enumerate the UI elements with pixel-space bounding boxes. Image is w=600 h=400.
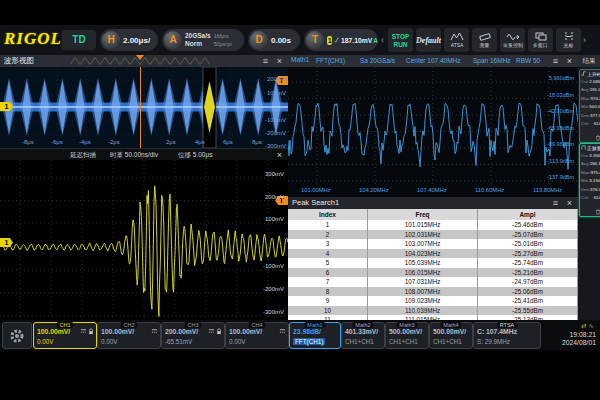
rise-time-icon [581, 71, 586, 76]
channel-box-math2[interactable]: Math2401.33mV/CH1+CH1 [341, 322, 385, 349]
zoom-y-label: -200mV [263, 286, 284, 292]
h-knob-icon[interactable]: H [102, 31, 120, 49]
channel-box-math4[interactable]: Math4500.00mV/CH1+CH1 [429, 322, 473, 349]
measure-button[interactable]: 测量 [472, 28, 497, 52]
channel-offset: -65.51mV [165, 338, 192, 345]
multi-window-button[interactable]: 多窗口 [528, 28, 553, 52]
d-knob-icon[interactable]: D [250, 31, 268, 49]
overview-waveform-plot[interactable]: 1 T 200mV100mV-100mV-200mV-300mV-8μs-6μs… [0, 67, 288, 148]
channel-scale: C: 107.4MHz [477, 328, 517, 335]
peak-menu-icon[interactable]: ≡ [553, 197, 558, 209]
table-row[interactable]: 6106.015MHz-25.21dBm [288, 268, 578, 278]
channel-box-ch1[interactable]: CH1100.00mV/0.00V [33, 322, 97, 349]
channel-box-rtsa[interactable]: RTSAC: 107.4MHzS: 29.9MHz [473, 322, 541, 349]
windows-icon [535, 32, 547, 41]
channel-scale: 100.00mV/ [37, 328, 70, 335]
toolbar-more-icon[interactable]: › [583, 35, 586, 45]
dc-coupling-icon [80, 328, 87, 334]
channel-box-math1[interactable]: Math123.98dB/FFT(CH1) [289, 322, 341, 349]
measurement-card-rise-time[interactable]: 上升时间(C1) Cur:2.0650nsAvg:181.05nsMax:974… [579, 69, 600, 143]
channel-box-ch4[interactable]: CH4100.00mV/0.00V [225, 322, 289, 349]
table-row[interactable]: 3103.007MHz-25.01dBm [288, 239, 578, 249]
delete-icon[interactable] [595, 135, 600, 141]
zoom-timebase-label: 时基 50.00ns/div [110, 151, 158, 160]
acq-mode: Norm [185, 40, 211, 48]
table-row[interactable]: 1101.015MHz-25.46dBm [288, 220, 578, 230]
measurement-row: Max:974.25ns [581, 95, 600, 103]
peak-search-header[interactable]: Peak Search1 ≡ × [288, 197, 578, 209]
fft-menu-icon[interactable]: ≡ [553, 55, 558, 67]
measurement-row: Cur:3.3500ns [581, 152, 600, 160]
rigol-logo: RIGOL [4, 29, 62, 49]
acquisition-control[interactable]: A 20GSa/s Norm 1Mpts 50ps/pt [162, 29, 244, 51]
zoom-y-label: 200mV [265, 194, 284, 200]
fft-sa: Sa 20GSa/s [360, 57, 395, 64]
table-row[interactable]: 5105.039MHz-25.74dBm [288, 258, 578, 268]
lock-icon [216, 328, 222, 335]
main-area: 波形视图 ≡ × 1 T 200mV100mV-100mV-200mV-300m… [0, 55, 600, 345]
fft-type: FFT(CH1) [316, 57, 345, 64]
toolbar-collapse-icon[interactable]: ‹ [381, 35, 384, 45]
cursor-icon [563, 32, 575, 41]
fft-header[interactable]: Math1 FFT(CH1) Sa 20GSa/s Center 107.40M… [288, 55, 578, 67]
t-knob-icon[interactable]: T [306, 31, 324, 49]
measurement-row: Cnt:614 [581, 120, 600, 128]
zoom-mode-label: 延迟扫描 [70, 151, 96, 160]
horizontal-timebase-control[interactable]: H 2.00μs/ [100, 29, 158, 51]
wave-x-label: -8μs [22, 139, 34, 145]
delayed-sweep-panel[interactable]: 1 T 300mV200mV100mV-100mV-200mV-300mV4.8… [0, 160, 288, 345]
panel-menu-icon[interactable]: ≡ [263, 55, 268, 67]
channel-scale: 500.00mV/ [389, 328, 422, 335]
channel-scale: 100.00mV/ [101, 328, 134, 335]
cursor-label: 光标 [564, 42, 574, 48]
date-label: 2024/08/01 [562, 339, 596, 348]
measurement-row: Cur:2.0650ns [581, 78, 600, 86]
table-row[interactable]: 10110.039MHz-25.55dBm [288, 306, 578, 316]
zoom-offset-label: 位移 5.00μs [178, 151, 212, 160]
channel-box-ch3[interactable]: CH3200.00mV/-65.51mV [161, 322, 225, 349]
delay-control[interactable]: D 0.00s [248, 29, 300, 51]
wave-y-label: -100mV [265, 117, 286, 123]
channel-scale: 200.00mV/ [165, 328, 198, 335]
channel-offset: 0.00V [229, 338, 245, 345]
panel-close-icon[interactable]: × [277, 55, 282, 67]
acquire-label: 采集控制 [503, 42, 523, 48]
acquire-control-button[interactable]: 采集控制 [500, 28, 525, 52]
table-row[interactable]: 8108.007MHz-25.06dBm [288, 287, 578, 297]
settings-button[interactable] [2, 322, 32, 349]
channel-offset: FFT(CH1) [293, 338, 325, 345]
delete-icon[interactable] [595, 209, 600, 215]
cursor-button[interactable]: 光标 [556, 28, 581, 52]
waveform-view-header[interactable]: 波形视图 ≡ × [0, 55, 288, 67]
measurement-row: Avg:181.05ns [581, 86, 600, 94]
table-row[interactable]: 7107.031MHz-24.97dBm [288, 277, 578, 287]
resolution: 50ps/pt [214, 40, 232, 48]
measurement-row: Max:975.45ns [581, 169, 600, 177]
atsa-button[interactable]: ATSA [444, 28, 469, 52]
measurement-row: Cnt:614 [581, 194, 600, 202]
table-row[interactable]: 4104.023MHz-25.27dBm [288, 249, 578, 259]
lan-icon: ⇄ [581, 322, 588, 329]
peak-close-icon[interactable]: × [567, 197, 572, 209]
default-button[interactable]: Default [416, 28, 441, 52]
time-label: 19:08:21 [562, 331, 596, 340]
channel-box-ch2[interactable]: CH2100.00mV/0.00V [97, 322, 161, 349]
trigger-coupling: A [373, 37, 378, 44]
default-label: Default [416, 36, 441, 45]
fft-close-icon[interactable]: × [567, 55, 572, 67]
channel-box-math3[interactable]: Math3500.00mV/CH1+CH1 [385, 322, 429, 349]
trigger-control[interactable]: T 1 187.10mV A [304, 29, 378, 51]
run-label: RUN [393, 41, 407, 48]
dc-coupling-icon [208, 328, 215, 334]
clock-widget[interactable]: ⇄∿ 19:08:21 2024/08/01 [562, 322, 596, 348]
run-stop-button[interactable]: STOP RUN [388, 28, 413, 52]
measurement-row: Dev:377.34ns [581, 112, 600, 120]
a-knob-icon[interactable]: A [164, 31, 182, 49]
table-row[interactable]: 9109.023MHz-25.41dBm [288, 296, 578, 306]
table-row[interactable]: 2102.031MHz-25.07dBm [288, 230, 578, 240]
dc-coupling-icon [151, 328, 158, 334]
fft-plot[interactable]: 5.960dBm-18.02dBm-42.00dBm-65.98dBm-89.9… [288, 67, 578, 197]
trigger-level: 187.10mV [341, 37, 372, 44]
sample-rate: 20GSa/s [185, 32, 211, 40]
measurement-card-pos-width[interactable]: 正脉宽(C1) Cur:3.3500nsAvg:184.15nsMax:975.… [579, 143, 600, 217]
